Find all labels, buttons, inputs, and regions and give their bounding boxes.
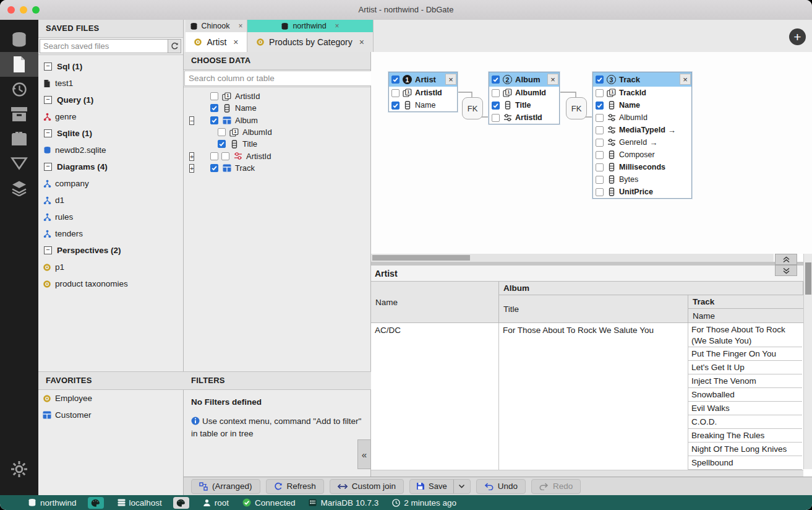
checkbox[interactable] (391, 89, 400, 97)
checkbox[interactable] (210, 152, 218, 160)
checkbox[interactable] (596, 114, 604, 122)
checkbox[interactable] (218, 128, 226, 136)
column-group-track[interactable]: Track (688, 295, 803, 309)
checkbox[interactable] (210, 116, 218, 124)
node-header[interactable]: 2 Album × (489, 72, 559, 87)
horizontal-scrollbar[interactable] (371, 254, 774, 262)
saved-file-item[interactable]: test1 (38, 75, 184, 92)
saved-files-group[interactable]: −Sqlite (1) (38, 125, 184, 142)
collapse-toggle[interactable]: − (44, 96, 52, 104)
cell-track-name[interactable]: Spellbound (688, 456, 802, 470)
saved-files-group[interactable]: −Diagrams (4) (38, 158, 184, 175)
collapse-toggle[interactable]: − (44, 246, 52, 254)
close-node-button[interactable]: × (445, 74, 456, 85)
checkbox[interactable] (391, 76, 400, 84)
cell-artist-name[interactable]: AC/DC (371, 323, 499, 470)
node-column-artistid[interactable]: 1ArtistId (389, 87, 457, 99)
undo-button[interactable]: Undo (476, 479, 526, 494)
saved-file-item[interactable]: product taxonomies (38, 275, 184, 292)
nav-gear-button[interactable] (0, 460, 38, 478)
saved-file-item[interactable]: newdb2.sqlite (38, 142, 184, 158)
choose-data-row[interactable]: 1 ArtistId (184, 90, 370, 102)
refresh-button[interactable]: Refresh (266, 479, 324, 494)
scrollbar-thumb[interactable] (372, 255, 470, 261)
saved-file-item[interactable]: rules (38, 209, 184, 225)
checkbox[interactable] (596, 126, 604, 134)
close-tab-icon[interactable]: × (359, 37, 364, 47)
close-tab-icon[interactable]: × (233, 37, 238, 47)
redo-button[interactable]: Redo (531, 479, 581, 494)
checkbox[interactable] (492, 102, 500, 110)
scroll-up-button[interactable] (775, 254, 797, 265)
arranged-button[interactable]: (Arranged) (191, 479, 260, 494)
connection-color-button[interactable] (173, 497, 189, 509)
node-column-name[interactable]: Name (389, 99, 457, 111)
column-header-album-title[interactable]: Title (499, 295, 688, 323)
cell-track-name[interactable]: Inject The Venom (688, 374, 802, 388)
close-node-button[interactable]: × (680, 74, 691, 85)
checkbox[interactable] (596, 188, 604, 196)
scroll-down-button[interactable] (775, 265, 797, 276)
node-column-composer[interactable]: Composer (593, 149, 691, 161)
designer-table-artist[interactable]: 1 Artist ×1ArtistIdName (388, 72, 458, 112)
favorite-item[interactable]: Customer (38, 407, 184, 423)
saved-files-group[interactable]: −Query (1) (38, 92, 184, 108)
database-color-button[interactable] (88, 497, 104, 509)
checkbox[interactable] (210, 92, 218, 100)
close-node-button[interactable]: × (547, 74, 558, 85)
saved-file-item[interactable]: d1 (38, 192, 184, 209)
choose-data-row[interactable]: − Album (184, 115, 370, 126)
tab-file-artist[interactable]: Artist × (186, 32, 247, 52)
cell-track-name[interactable]: For Those About To Rock (We Salute You) (688, 323, 802, 347)
node-header[interactable]: 3 Track × (593, 72, 691, 87)
cell-track-name[interactable]: Let's Get It Up (688, 361, 802, 374)
cell-track-name[interactable]: Night Of The Long Knives (688, 443, 802, 456)
custom-join-button[interactable]: Custom join (330, 479, 404, 494)
expand-toggle[interactable]: − (189, 116, 194, 125)
nav-file-button[interactable] (0, 52, 38, 77)
saved-files-group[interactable]: −Perspectives (2) (38, 242, 184, 259)
saved-files-group[interactable]: −Sql (1) (38, 58, 184, 75)
node-column-artistid[interactable]: ArtistId (489, 111, 559, 124)
saved-files-search-input[interactable] (40, 39, 174, 53)
add-node-button[interactable]: + (789, 28, 806, 45)
save-button[interactable]: Save (410, 480, 453, 493)
collapse-panel-button[interactable]: « (357, 439, 371, 469)
node-column-unitprice[interactable]: UnitPrice (593, 186, 691, 198)
status-database[interactable]: northwind (28, 498, 77, 508)
checkbox[interactable] (218, 140, 226, 148)
vertical-scrollbar[interactable] (803, 254, 812, 469)
nav-filter-triangle-button[interactable] (0, 151, 38, 176)
collapse-toggle[interactable]: − (44, 163, 52, 171)
nav-history-button[interactable] (0, 77, 38, 102)
designer-canvas[interactable]: FK FK 1 Artist ×1ArtistIdName 2 Album ×1… (371, 52, 812, 254)
checkbox[interactable] (492, 76, 500, 84)
cell-track-name[interactable]: Put The Finger On You (688, 347, 802, 361)
checkbox[interactable] (596, 139, 604, 147)
column-header-artist-name[interactable]: Name (371, 282, 499, 323)
fk-join-badge[interactable]: FK (566, 97, 587, 119)
node-column-mediatypeid[interactable]: MediaTypeId→ (593, 124, 691, 136)
saved-file-item[interactable]: p1 (38, 259, 184, 275)
cell-track-name[interactable]: C.O.D. (688, 415, 802, 429)
close-tab-icon[interactable]: × (335, 22, 340, 30)
checkbox[interactable] (492, 89, 500, 97)
checkbox[interactable] (596, 76, 604, 84)
cell-album-title[interactable]: For Those About To Rock We Salute You (499, 323, 688, 470)
node-header[interactable]: 1 Artist × (389, 72, 457, 87)
status-host[interactable]: localhost (118, 498, 162, 508)
save-dropdown-button[interactable] (453, 480, 470, 493)
choose-data-row[interactable]: Name (184, 102, 370, 114)
node-column-bytes[interactable]: Bytes (593, 173, 691, 186)
tab-file-products-by-category[interactable]: Products by Category × (247, 32, 374, 52)
checkbox[interactable] (391, 102, 400, 110)
node-column-albumid[interactable]: AlbumId (593, 111, 691, 124)
saved-file-item[interactable]: tenders (38, 225, 184, 242)
nav-database-button[interactable] (0, 27, 38, 52)
node-column-trackid[interactable]: 1TrackId (593, 87, 691, 99)
node-column-title[interactable]: Title (489, 99, 559, 111)
cell-track-name[interactable]: Breaking The Rules (688, 429, 802, 443)
nav-layers-button[interactable] (0, 176, 38, 201)
close-tab-icon[interactable]: × (238, 22, 242, 30)
nav-archive-button[interactable] (0, 102, 38, 126)
